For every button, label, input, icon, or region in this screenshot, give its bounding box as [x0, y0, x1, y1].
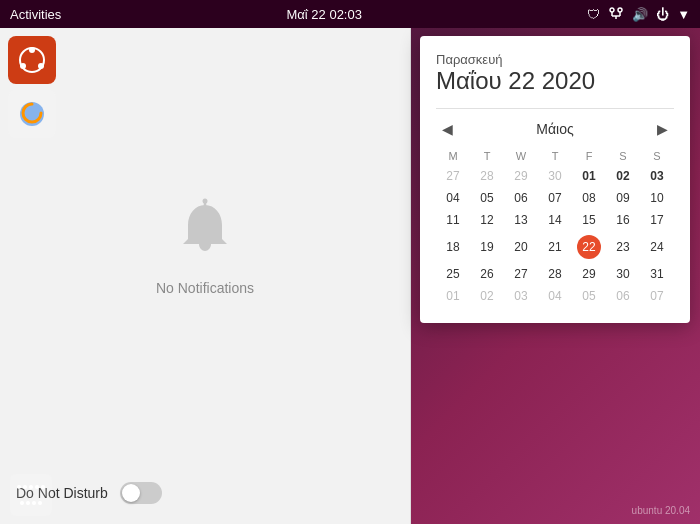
- calendar-day-cell[interactable]: 24: [640, 231, 674, 263]
- calendar-body: 2728293001020304050607080910111213141516…: [436, 165, 674, 307]
- topbar-clock[interactable]: Μαΐ 22 02:03: [286, 7, 361, 22]
- day-header-tue: T: [470, 147, 504, 165]
- dnd-toggle[interactable]: [120, 482, 162, 504]
- calendar-week-row: 01020304050607: [436, 285, 674, 307]
- day-header-sun: S: [640, 147, 674, 165]
- calendar-day-cell[interactable]: 21: [538, 231, 572, 263]
- power-icon[interactable]: ⏻: [656, 7, 669, 22]
- svg-point-0: [610, 8, 614, 12]
- prev-month-button[interactable]: ◀: [436, 119, 459, 139]
- bell-icon: [175, 197, 235, 270]
- calendar-day-cell[interactable]: 30: [606, 263, 640, 285]
- ubuntu-app-icon[interactable]: [8, 36, 56, 84]
- calendar-day-cell[interactable]: 08: [572, 187, 606, 209]
- calendar-day-cell[interactable]: 03: [504, 285, 538, 307]
- calendar-day-headers: M T W T F S S: [436, 147, 674, 165]
- grid-dot: [29, 485, 33, 489]
- ubuntu-circle-logo: [18, 46, 46, 74]
- calendar-day-cell[interactable]: 12: [470, 209, 504, 231]
- svg-point-13: [29, 47, 35, 53]
- calendar-divider: [436, 108, 674, 109]
- calendar-day-cell[interactable]: 25: [436, 263, 470, 285]
- calendar-panel: Παρασκευή Μαΐου 22 2020 ◀ Μάιος ▶ M T W …: [420, 36, 690, 323]
- calendar-day-cell[interactable]: 31: [640, 263, 674, 285]
- notification-panel: No Notifications Do Not Disturb: [0, 28, 410, 524]
- calendar-day-cell[interactable]: 01: [572, 165, 606, 187]
- calendar-day-cell[interactable]: 06: [606, 285, 640, 307]
- calendar-day-cell[interactable]: 28: [538, 263, 572, 285]
- topbar-left: Activities: [10, 7, 61, 22]
- calendar-day-cell[interactable]: 29: [572, 263, 606, 285]
- calendar-day-cell[interactable]: 03: [640, 165, 674, 187]
- calendar-day-cell[interactable]: 10: [640, 187, 674, 209]
- settings-icon[interactable]: ▼: [677, 7, 690, 22]
- calendar-day-cell[interactable]: 15: [572, 209, 606, 231]
- calendar-day-cell[interactable]: 20: [504, 231, 538, 263]
- calendar-day-cell[interactable]: 06: [504, 187, 538, 209]
- calendar-day-cell[interactable]: 07: [640, 285, 674, 307]
- calendar-week-row: 11121314151617: [436, 209, 674, 231]
- panel-separator: [410, 28, 411, 524]
- svg-point-1: [618, 8, 622, 12]
- calendar-day-cell[interactable]: 13: [504, 209, 538, 231]
- calendar-day-cell[interactable]: 11: [436, 209, 470, 231]
- calendar-grid: M T W T F S S 27282930010203040506070809…: [436, 147, 674, 307]
- topbar-right: 🛡 🔊 ⏻ ▼: [587, 6, 690, 23]
- next-month-button[interactable]: ▶: [651, 119, 674, 139]
- calendar-day-cell[interactable]: 29: [504, 165, 538, 187]
- grid-dot: [41, 485, 45, 489]
- volume-icon[interactable]: 🔊: [632, 7, 648, 22]
- calendar-day-cell[interactable]: 04: [538, 285, 572, 307]
- day-header-mon: M: [436, 147, 470, 165]
- datetime-display: Μαΐ 22 02:03: [286, 7, 361, 22]
- calendar-nav: ◀ Μάιος ▶: [436, 119, 674, 139]
- calendar-week-row: 25262728293031: [436, 263, 674, 285]
- ubuntu-watermark: ubuntu 20.04: [632, 505, 690, 516]
- month-label: Μάιος: [536, 121, 573, 137]
- notification-content: No Notifications: [156, 197, 254, 296]
- calendar-day-cell[interactable]: 01: [436, 285, 470, 307]
- topbar: Activities Μαΐ 22 02:03 🛡 🔊 ⏻ ▼: [0, 0, 700, 28]
- network-icon[interactable]: [608, 6, 624, 23]
- grid-dot: [26, 501, 30, 505]
- day-header-sat: S: [606, 147, 640, 165]
- calendar-day-cell[interactable]: 28: [470, 165, 504, 187]
- grid-dot: [32, 501, 36, 505]
- calendar-day-cell[interactable]: 18: [436, 231, 470, 263]
- grid-dot: [23, 485, 27, 489]
- calendar-day-cell[interactable]: 14: [538, 209, 572, 231]
- grid-dot: [35, 485, 39, 489]
- day-header-wed: W: [504, 147, 538, 165]
- calendar-full-date: Μαΐου 22 2020: [436, 67, 674, 96]
- svg-point-15: [20, 63, 26, 69]
- grid-dot: [20, 501, 24, 505]
- calendar-day-cell[interactable]: 07: [538, 187, 572, 209]
- day-header-thu: T: [538, 147, 572, 165]
- day-header-fri: F: [572, 147, 606, 165]
- calendar-day-cell[interactable]: 17: [640, 209, 674, 231]
- calendar-day-cell[interactable]: 04: [436, 187, 470, 209]
- shield-icon[interactable]: 🛡: [587, 7, 600, 22]
- calendar-day-cell[interactable]: 09: [606, 187, 640, 209]
- app-grid-button[interactable]: [10, 474, 52, 516]
- calendar-day-cell[interactable]: 05: [572, 285, 606, 307]
- grid-dot: [17, 485, 21, 489]
- firefox-logo: [17, 99, 47, 129]
- grid-dot: [38, 501, 42, 505]
- calendar-day-cell[interactable]: 05: [470, 187, 504, 209]
- calendar-week-row: 04050607080910: [436, 187, 674, 209]
- svg-point-11: [202, 198, 207, 203]
- activities-label[interactable]: Activities: [10, 7, 61, 22]
- calendar-day-cell[interactable]: 19: [470, 231, 504, 263]
- calendar-day-cell[interactable]: 27: [436, 165, 470, 187]
- calendar-day-cell[interactable]: 30: [538, 165, 572, 187]
- calendar-day-cell[interactable]: 23: [606, 231, 640, 263]
- calendar-day-cell[interactable]: 22: [572, 231, 606, 263]
- calendar-day-cell[interactable]: 16: [606, 209, 640, 231]
- calendar-day-cell[interactable]: 27: [504, 263, 538, 285]
- calendar-day-cell[interactable]: 02: [606, 165, 640, 187]
- calendar-day-cell[interactable]: 02: [470, 285, 504, 307]
- firefox-app-icon[interactable]: [8, 90, 56, 138]
- calendar-day-cell[interactable]: 26: [470, 263, 504, 285]
- svg-point-14: [38, 63, 44, 69]
